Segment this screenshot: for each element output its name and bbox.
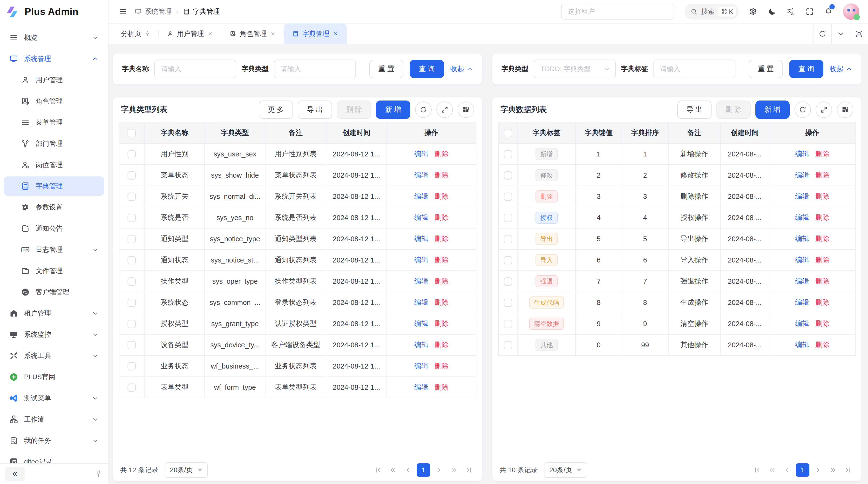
last-page-button[interactable] <box>842 464 854 476</box>
row-checkbox[interactable] <box>128 362 136 370</box>
reset-button[interactable]: 重 置 <box>369 60 403 78</box>
row-checkbox[interactable] <box>504 171 512 180</box>
tab-menu-button[interactable] <box>831 24 850 44</box>
delete-link[interactable]: 删除 <box>434 256 448 264</box>
delete-link[interactable]: 删除 <box>434 235 448 243</box>
sidebar-item-system-monitor[interactable]: 系统监控 <box>4 325 104 344</box>
sidebar-item-dept-management[interactable]: 部门管理 <box>4 134 104 153</box>
column-settings-button[interactable] <box>837 101 853 118</box>
dict-type-select[interactable]: TODO: 字典类型 <box>534 60 616 78</box>
row-checkbox[interactable] <box>128 278 136 286</box>
expand-table-button[interactable] <box>436 101 453 118</box>
pin-icon[interactable] <box>145 31 151 37</box>
close-icon[interactable] <box>270 31 276 37</box>
row-checkbox[interactable] <box>128 235 136 243</box>
row-checkbox[interactable] <box>128 320 136 328</box>
row-checkbox[interactable] <box>504 193 512 201</box>
edit-link[interactable]: 编辑 <box>414 362 428 370</box>
delete-link[interactable]: 删除 <box>815 320 830 327</box>
sidebar-item-post-management[interactable]: 岗位管理 <box>4 155 104 174</box>
edit-link[interactable]: 编辑 <box>414 256 428 264</box>
sidebar-item-gitee-log[interactable]: gitee记录 <box>4 452 104 463</box>
sidebar-item-log-management[interactable]: DEV日志管理 <box>4 240 104 259</box>
reset-button[interactable]: 重 置 <box>749 60 783 78</box>
content-fullscreen-button[interactable] <box>850 24 868 44</box>
collapse-filters-link[interactable]: 收起 <box>830 64 852 74</box>
delete-link[interactable]: 删除 <box>434 150 448 158</box>
delete-link[interactable]: 删除 <box>815 192 830 200</box>
row-checkbox[interactable] <box>504 320 512 328</box>
prev-page-button[interactable] <box>402 464 414 476</box>
query-button[interactable]: 查 询 <box>410 60 444 78</box>
edit-link[interactable]: 编辑 <box>795 320 809 327</box>
tab-role-management[interactable]: 角色管理 <box>221 24 284 44</box>
sidebar-item-dict-management[interactable]: 字典管理 <box>4 176 104 196</box>
translate-icon[interactable]: 文A <box>786 7 795 16</box>
delete-link[interactable]: 删除 <box>815 214 830 221</box>
tab-analysis[interactable]: 分析页 <box>113 24 159 44</box>
first-page-button[interactable] <box>751 464 764 476</box>
current-page-button[interactable]: 1 <box>796 463 809 477</box>
sidebar-item-test-menu[interactable]: 测试菜单 <box>4 389 104 408</box>
row-checkbox[interactable] <box>128 214 136 222</box>
sidebar-item-my-tasks[interactable]: 我的任务 <box>4 431 104 450</box>
tab-user-management[interactable]: 用户管理 <box>159 24 221 44</box>
row-checkbox[interactable] <box>128 171 136 180</box>
delete-link[interactable]: 删除 <box>434 362 448 370</box>
row-checkbox[interactable] <box>504 235 512 243</box>
select-all-checkbox[interactable] <box>504 129 512 137</box>
global-search[interactable]: 搜索 ⌘ K <box>684 4 739 20</box>
moon-icon[interactable] <box>768 7 776 16</box>
last-page-button[interactable] <box>462 464 475 476</box>
add-button[interactable]: 新 增 <box>376 100 410 119</box>
page-size-select[interactable]: 20条/页 <box>165 462 208 478</box>
delete-link[interactable]: 删除 <box>434 320 448 327</box>
delete-button[interactable]: 删 除 <box>716 100 751 119</box>
refresh-table-button[interactable] <box>795 101 811 118</box>
collapse-filters-link[interactable]: 收起 <box>451 64 473 74</box>
sidebar-item-user-management[interactable]: 用户管理 <box>4 70 104 90</box>
edit-link[interactable]: 编辑 <box>414 277 428 285</box>
next-pages-button[interactable] <box>827 464 839 476</box>
delete-link[interactable]: 删除 <box>815 150 830 158</box>
edit-link[interactable]: 编辑 <box>795 256 809 264</box>
sidebar-item-overview[interactable]: 概览 <box>4 28 104 47</box>
row-checkbox[interactable] <box>504 278 512 286</box>
sidebar-item-role-management[interactable]: 角色管理 <box>4 92 104 111</box>
pin-icon[interactable] <box>94 470 103 478</box>
delete-link[interactable]: 删除 <box>815 341 830 349</box>
tab-dict-management[interactable]: 字典管理 <box>284 24 347 44</box>
first-page-button[interactable] <box>372 464 384 476</box>
edit-link[interactable]: 编辑 <box>795 214 809 221</box>
current-page-button[interactable]: 1 <box>416 463 430 477</box>
refresh-page-button[interactable] <box>813 24 831 44</box>
prev-page-button[interactable] <box>781 464 794 476</box>
edit-link[interactable]: 编辑 <box>414 192 428 200</box>
sidebar-item-tenant-management[interactable]: 租户管理 <box>4 304 104 323</box>
edit-link[interactable]: 编辑 <box>414 383 428 391</box>
prev-pages-button[interactable] <box>766 464 779 476</box>
row-checkbox[interactable] <box>504 341 512 349</box>
collapse-sidebar-button[interactable] <box>5 466 25 481</box>
row-checkbox[interactable] <box>504 150 512 158</box>
row-checkbox[interactable] <box>128 150 136 158</box>
edit-link[interactable]: 编辑 <box>414 320 428 327</box>
edit-link[interactable]: 编辑 <box>795 150 809 158</box>
row-checkbox[interactable] <box>504 299 512 307</box>
edit-link[interactable]: 编辑 <box>414 298 428 306</box>
row-checkbox[interactable] <box>504 256 512 264</box>
close-icon[interactable] <box>207 31 213 37</box>
delete-link[interactable]: 删除 <box>815 298 830 306</box>
export-button[interactable]: 导 出 <box>677 100 712 119</box>
edit-link[interactable]: 编辑 <box>414 235 428 243</box>
column-settings-button[interactable] <box>458 101 474 118</box>
notifications-button[interactable] <box>824 6 833 17</box>
delete-link[interactable]: 删除 <box>434 298 448 306</box>
edit-link[interactable]: 编辑 <box>795 171 809 179</box>
sidebar-item-workflow[interactable]: 工作流 <box>4 410 104 429</box>
delete-link[interactable]: 删除 <box>815 171 830 179</box>
sidebar-item-menu-management[interactable]: 菜单管理 <box>4 113 104 132</box>
row-checkbox[interactable] <box>128 256 136 264</box>
row-checkbox[interactable] <box>128 299 136 307</box>
add-button[interactable]: 新 增 <box>755 100 789 119</box>
